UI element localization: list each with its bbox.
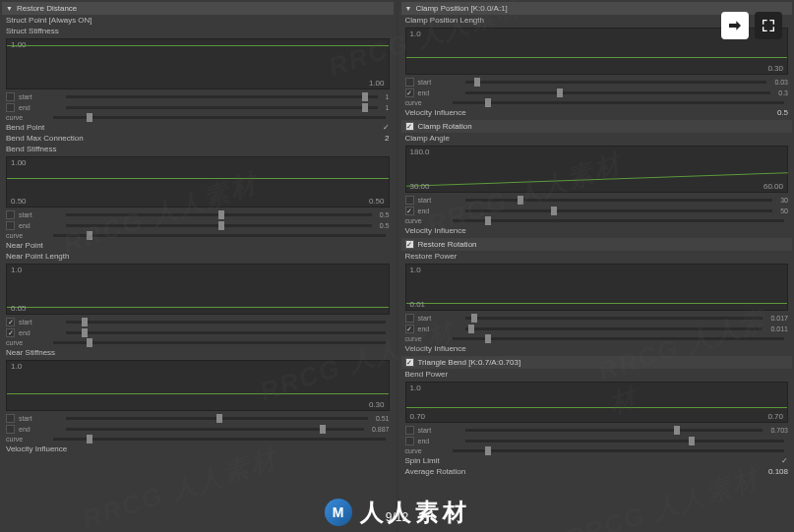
slider[interactable] [465, 91, 771, 94]
end-row[interactable]: ✓ end 0.011 [401, 324, 793, 334]
end-row[interactable]: end 0.5 [2, 220, 394, 231]
slider[interactable] [453, 337, 785, 340]
share-icon [727, 18, 743, 33]
slider[interactable] [66, 213, 372, 216]
checkbox-icon[interactable] [6, 210, 15, 219]
slider[interactable] [465, 317, 763, 320]
velocity-influence-row[interactable]: Velocity Influence 0.5 [401, 107, 793, 118]
share-button[interactable] [721, 12, 749, 39]
checkbox-icon[interactable]: ✓ [6, 318, 15, 326]
checkbox-icon[interactable] [6, 103, 15, 112]
velocity-influence-row[interactable]: Velocity Influence [401, 343, 793, 354]
struct-stiffness-curve[interactable]: 1.00 1.00 [6, 38, 390, 89]
restore-rotation-subsection[interactable]: ✓ Restore Rotation [401, 238, 793, 251]
start-row[interactable]: start 0.5 [2, 209, 394, 220]
curve-row[interactable]: curve [2, 113, 394, 122]
end-row[interactable]: end [401, 436, 793, 446]
end-row[interactable]: ✓ end 0.3 [401, 88, 793, 98]
slider[interactable] [66, 331, 386, 334]
slider[interactable] [465, 429, 763, 432]
top-icons [721, 12, 782, 39]
triangle-bend-subsection[interactable]: ✓ Triangle Bend [K:0.7/A:0.703] [401, 356, 793, 369]
slider[interactable] [66, 106, 378, 109]
checkbox-icon[interactable] [405, 437, 414, 445]
checkbox-icon[interactable] [405, 314, 414, 323]
restore-distance-header[interactable]: ▼ Restore Distance [2, 2, 394, 15]
curve-row[interactable]: curve [401, 98, 793, 107]
slider[interactable] [66, 95, 378, 98]
spin-limit-row[interactable]: Spin Limit ✓ [401, 455, 793, 466]
near-length-curve[interactable]: 1.0 0.05 [6, 264, 390, 315]
start-row[interactable]: ✓ start [2, 317, 394, 327]
checkbox-icon[interactable]: ✓ [405, 207, 414, 215]
checkbox-icon[interactable]: ✓ [405, 240, 414, 249]
end-row[interactable]: ✓ end [2, 327, 394, 338]
curve-line [7, 307, 389, 308]
restore-power-curve[interactable]: 1.0 0.01 [405, 264, 789, 311]
curve-line [406, 407, 788, 408]
slider[interactable] [453, 101, 785, 104]
end-row[interactable]: end 0.887 [2, 424, 394, 435]
slider[interactable] [66, 428, 364, 431]
slider[interactable] [53, 116, 386, 119]
checkbox-icon[interactable] [6, 92, 15, 101]
curve-row[interactable]: curve [401, 446, 793, 455]
fullscreen-button[interactable] [755, 12, 782, 39]
velocity-influence-row[interactable]: Velocity Influence [401, 225, 793, 236]
start-row[interactable]: start 0.703 [401, 425, 793, 436]
near-stiffness-curve[interactable]: 1.0 0.30 [6, 360, 390, 411]
slider[interactable] [66, 224, 372, 227]
curve-line [406, 303, 788, 304]
slider[interactable] [465, 81, 767, 84]
bend-stiffness-curve[interactable]: 1.00 0.50 0.50 [6, 156, 390, 207]
clamp-angle-label: Clamp Angle [401, 133, 793, 144]
checkbox-icon[interactable] [6, 414, 15, 423]
near-length-label: Near Point Length [2, 251, 394, 262]
end-row[interactable]: ✓ end 50 [401, 206, 793, 216]
curve-row[interactable]: curve [2, 338, 394, 347]
checkbox-icon[interactable] [405, 426, 414, 435]
checkbox-icon[interactable]: ✓ [6, 328, 15, 337]
slider[interactable] [465, 209, 773, 212]
velocity-influence-row[interactable]: Velocity Influence [2, 443, 394, 454]
checkbox-icon[interactable] [6, 425, 15, 434]
clamp-rotation-subsection[interactable]: ✓ Clamp Rotation [401, 120, 793, 133]
bend-point-row[interactable]: Bend Point ✓ [2, 122, 394, 133]
slider[interactable] [453, 449, 785, 452]
curve-row[interactable]: curve [401, 334, 793, 343]
checkbox-icon[interactable] [405, 196, 414, 205]
curve-row[interactable]: curve [2, 435, 394, 443]
slider[interactable] [465, 327, 763, 330]
curve-row[interactable]: curve [401, 216, 793, 225]
slider[interactable] [66, 417, 368, 420]
slider[interactable] [53, 234, 386, 237]
checkbox-icon[interactable] [405, 78, 414, 87]
checkbox-icon[interactable]: ✓ [405, 89, 414, 97]
start-row[interactable]: start 0.017 [401, 313, 793, 324]
right-panel: ▼ Clamp Position [K:0.0/A:1] Clamp Posit… [399, 0, 795, 532]
struct-point-row: Struct Point [Always ON] [2, 15, 394, 26]
slider[interactable] [465, 199, 773, 202]
slider[interactable] [453, 219, 785, 222]
start-row[interactable]: start 30 [401, 195, 793, 206]
checkbox-icon[interactable]: ✓ [405, 358, 414, 367]
end-row[interactable]: end 1 [2, 102, 394, 113]
slider[interactable] [53, 438, 386, 441]
start-row[interactable]: start 0.51 [2, 413, 394, 424]
start-row[interactable]: start 1 [2, 91, 394, 102]
checkbox-icon[interactable]: ✓ [781, 456, 788, 465]
bend-max-row[interactable]: Bend Max Connection 2 [2, 133, 394, 144]
clamp-angle-curve[interactable]: 180.0 30.00 60.00 [405, 146, 789, 193]
slider[interactable] [465, 440, 785, 443]
checkbox-icon[interactable]: ✓ [405, 122, 414, 131]
checkbox-icon[interactable]: ✓ [405, 325, 414, 333]
near-point-row[interactable]: Near Point [2, 240, 394, 251]
slider[interactable] [66, 321, 386, 324]
start-row[interactable]: start 0.03 [401, 77, 793, 88]
avg-rotation-row[interactable]: Average Rotation 0.108 [401, 466, 793, 477]
checkbox-icon[interactable] [6, 221, 15, 230]
bend-power-curve[interactable]: 1.0 0.70 0.70 [405, 382, 789, 423]
slider[interactable] [53, 341, 386, 344]
curve-row[interactable]: curve [2, 231, 394, 240]
checkbox-icon[interactable]: ✓ [383, 123, 390, 132]
